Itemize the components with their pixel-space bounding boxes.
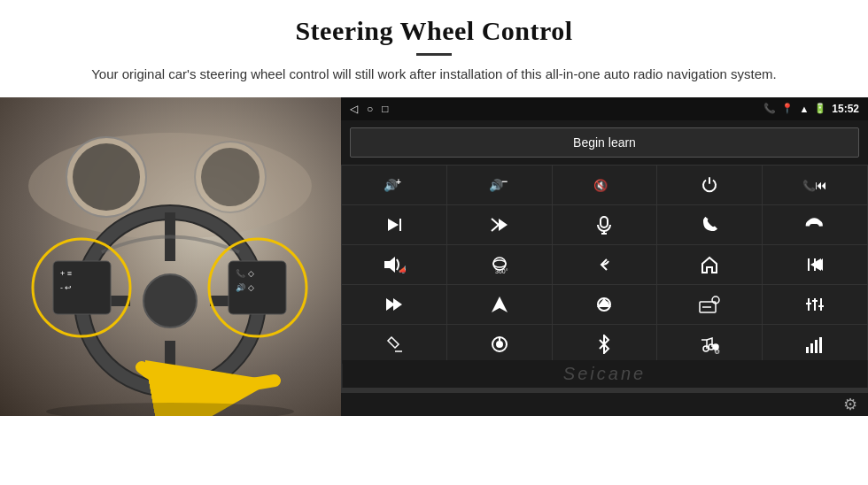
android-ui: ◁ ○ □ 📞 📍 ▲ 🔋 15:52 Begin learn <box>341 97 868 416</box>
fast-forward-button[interactable] <box>447 205 552 244</box>
svg-point-65 <box>703 346 709 351</box>
time-display: 15:52 <box>832 103 859 115</box>
svg-rect-72 <box>819 337 822 353</box>
hang-up-button[interactable] <box>763 205 867 244</box>
camera-360-button[interactable]: 360° <box>447 245 552 284</box>
equalizer-button[interactable] <box>763 285 867 324</box>
status-right: 📞 📍 ▲ 🔋 15:52 <box>763 103 859 115</box>
svg-rect-30 <box>399 219 401 231</box>
svg-point-11 <box>143 274 197 327</box>
svg-text:📣: 📣 <box>399 265 406 274</box>
svg-rect-71 <box>815 340 818 353</box>
car-image-section: + ≡ - ↩ 📞 ◇ 🔊 ◇ <box>0 97 341 416</box>
watermark: Seicane <box>342 360 867 388</box>
bars-button[interactable] <box>763 325 867 364</box>
nav-recent-icon[interactable]: □ <box>382 103 388 115</box>
svg-text:⚙: ⚙ <box>714 348 720 354</box>
wifi-icon: ▲ <box>799 104 809 114</box>
knob-button[interactable] <box>447 325 552 364</box>
mic-button[interactable] <box>553 205 657 244</box>
svg-line-31 <box>492 219 499 225</box>
svg-marker-33 <box>499 219 508 231</box>
svg-point-2 <box>73 143 140 211</box>
svg-text:⏏: ⏏ <box>602 298 610 308</box>
svg-rect-44 <box>814 258 816 271</box>
navigate-button[interactable] <box>447 285 552 324</box>
svg-rect-42 <box>808 258 810 271</box>
svg-marker-48 <box>492 296 508 312</box>
content-row: + ≡ - ↩ 📞 ◇ 🔊 ◇ <box>0 97 868 486</box>
svg-marker-29 <box>388 219 399 231</box>
battery-icon: 🔋 <box>814 103 826 114</box>
svg-point-63 <box>497 342 502 347</box>
settings-gear-icon[interactable]: ⚙ <box>843 395 857 414</box>
call-button[interactable] <box>657 205 762 244</box>
page-title: Steering Wheel Control <box>53 16 815 46</box>
svg-line-32 <box>492 225 499 231</box>
status-left: ◁ ○ □ <box>350 103 389 115</box>
power-button[interactable] <box>657 166 762 204</box>
svg-point-4 <box>201 148 260 206</box>
nav-back-icon[interactable]: ◁ <box>350 103 358 115</box>
android-status-bar: ◁ ○ □ 📞 📍 ▲ 🔋 15:52 <box>341 97 868 120</box>
back-button[interactable] <box>553 245 657 284</box>
vol-up-button[interactable]: 🔊+ <box>342 166 446 204</box>
svg-text:📞 ◇: 📞 ◇ <box>236 268 254 279</box>
prev-track-button[interactable] <box>763 245 867 284</box>
next-track-button[interactable] <box>342 205 446 244</box>
location-icon: 📍 <box>781 103 794 114</box>
fast-next-button[interactable] <box>342 285 446 324</box>
subtitle: Your original car's steering wheel contr… <box>89 65 779 85</box>
svg-rect-70 <box>810 343 813 353</box>
speaker-button[interactable]: 📣 <box>342 245 446 284</box>
bottom-bar: ⚙ <box>341 393 868 416</box>
svg-text:−: − <box>501 176 508 188</box>
radio-button[interactable] <box>657 285 762 324</box>
svg-text:-  ↩: - ↩ <box>60 283 73 292</box>
controls-grid: 🔊+ 🔊− 🔇 📞 ⏮ <box>341 165 868 393</box>
bluetooth-button[interactable] <box>553 325 657 364</box>
svg-text:🔇: 🔇 <box>593 178 608 193</box>
svg-text:+: + <box>396 177 401 187</box>
svg-point-21 <box>46 403 294 416</box>
title-divider <box>416 53 452 56</box>
svg-marker-37 <box>384 257 395 273</box>
svg-text:⏮: ⏮ <box>815 178 827 192</box>
svg-text:🔊 ◇: 🔊 ◇ <box>236 282 254 293</box>
svg-text:📞: 📞 <box>802 179 816 192</box>
home-button[interactable] <box>657 245 762 284</box>
music-settings-button[interactable]: ⚙ <box>657 325 762 364</box>
svg-rect-69 <box>806 347 809 353</box>
edit-mic-button[interactable] <box>342 325 446 364</box>
nav-home-icon[interactable]: ○ <box>367 103 373 115</box>
vol-down-button[interactable]: 🔊− <box>447 166 552 204</box>
begin-learn-row: Begin learn <box>341 120 868 165</box>
header-section: Steering Wheel Control Your original car… <box>0 0 868 90</box>
eject-button[interactable]: ⏏ <box>553 285 657 324</box>
steering-wheel-svg: + ≡ - ↩ 📞 ◇ 🔊 ◇ <box>0 97 341 416</box>
svg-text:+  ≡: + ≡ <box>60 269 72 278</box>
svg-rect-34 <box>601 217 608 227</box>
begin-learn-button[interactable]: Begin learn <box>350 127 859 158</box>
svg-point-40 <box>493 260 506 267</box>
phone-icon: 📞 <box>763 103 776 114</box>
call-prev-button[interactable]: 📞 ⏮ <box>763 166 867 204</box>
page-wrapper: Steering Wheel Control Your original car… <box>0 0 868 485</box>
svg-marker-47 <box>393 298 402 311</box>
svg-text:360°: 360° <box>495 268 508 274</box>
mute-button[interactable]: 🔇 <box>553 166 657 204</box>
